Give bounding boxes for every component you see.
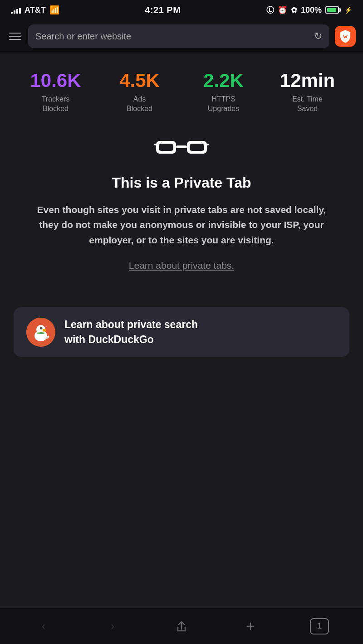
battery-percent: 100% (301, 5, 322, 15)
svg-rect-4 (207, 144, 209, 145)
ads-value: 4.5K (98, 71, 182, 90)
search-input[interactable]: Search or enter website (35, 31, 309, 42)
status-right: Ⓛ ⏰ ✿ 100% ⚡ (266, 5, 352, 15)
private-tab-description: Even though sites you visit in private t… (32, 202, 331, 248)
time-value: 12min (265, 71, 349, 90)
ads-stat: 4.5K AdsBlocked (98, 71, 182, 114)
time-stat: 12min Est. TimeSaved (265, 71, 349, 114)
bluetooth-icon: ✿ (291, 5, 297, 15)
svg-rect-5 (159, 144, 173, 151)
ddg-learn-text: Learn about private searchwith DuckDuckG… (64, 317, 198, 346)
back-button[interactable]: ‹ (30, 613, 57, 640)
bottom-navigation: ‹ › + 1 (0, 608, 363, 644)
menu-button[interactable] (7, 31, 23, 42)
status-left: AT&T 📶 (11, 5, 59, 15)
signal-bars-icon (11, 6, 21, 14)
ddg-logo-icon (26, 318, 55, 347)
trackers-label: TrackersBlocked (14, 95, 98, 114)
tabs-count-badge: 1 (310, 618, 329, 634)
ddg-section[interactable]: Learn about private searchwith DuckDuckG… (14, 307, 349, 356)
carrier-label: AT&T (25, 5, 46, 15)
back-icon: ‹ (42, 619, 46, 633)
tabs-button[interactable]: 1 (306, 613, 333, 640)
browser-bar: Search or enter website ↻ (0, 20, 363, 53)
time-label: Est. TimeSaved (265, 95, 349, 114)
reload-icon[interactable]: ↻ (314, 30, 322, 42)
wifi-icon: 📶 (49, 5, 59, 15)
add-icon: + (246, 617, 255, 635)
charging-icon: ⚡ (344, 6, 352, 14)
sunglasses-icon (154, 136, 209, 162)
share-icon (175, 620, 188, 633)
stats-section: 10.6K TrackersBlocked 4.5K AdsBlocked 2.… (0, 53, 363, 123)
time-display: 4:21 PM (145, 5, 181, 15)
https-label: HTTPSUpgrades (182, 95, 265, 114)
private-tab-title: This is a Private Tab (112, 174, 251, 191)
alarm-icon: ⏰ (278, 5, 287, 15)
forward-icon: › (111, 619, 115, 633)
svg-rect-2 (176, 145, 187, 148)
new-tab-button[interactable]: + (237, 613, 264, 640)
https-stat: 2.2K HTTPSUpgrades (182, 71, 265, 114)
brave-logo-icon (339, 29, 352, 44)
location-icon: Ⓛ (266, 5, 274, 15)
trackers-stat: 10.6K TrackersBlocked (14, 71, 98, 114)
ddg-duck-icon (26, 318, 55, 347)
trackers-value: 10.6K (14, 71, 98, 90)
svg-rect-3 (154, 144, 156, 145)
svg-rect-6 (190, 144, 204, 151)
learn-private-tabs-link[interactable]: Learn about private tabs. (129, 260, 234, 271)
forward-button[interactable]: › (99, 613, 126, 640)
svg-point-11 (41, 327, 42, 328)
status-bar: AT&T 📶 4:21 PM Ⓛ ⏰ ✿ 100% ⚡ (0, 0, 363, 20)
search-bar[interactable]: Search or enter website ↻ (28, 24, 329, 48)
ads-label: AdsBlocked (98, 95, 182, 114)
share-button[interactable] (168, 613, 195, 640)
https-value: 2.2K (182, 71, 265, 90)
battery-icon (325, 6, 341, 14)
tabs-count: 1 (317, 621, 322, 631)
private-tab-section: This is a Private Tab Even though sites … (0, 123, 363, 308)
brave-shield-button[interactable] (335, 26, 356, 47)
